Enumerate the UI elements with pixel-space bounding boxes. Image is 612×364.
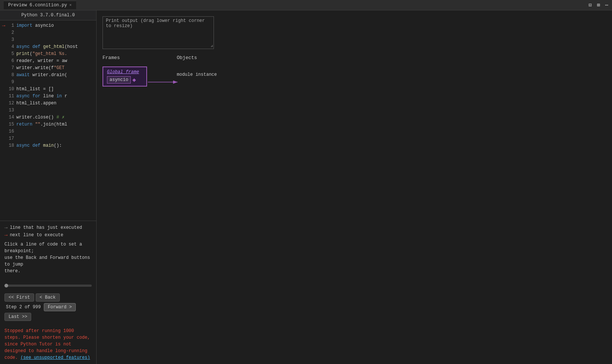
title-bar: Preview 6.connition.py × ⊡ ⊞ ⋯	[0, 0, 612, 10]
step-info: Step 2 of 999	[6, 305, 41, 310]
title-bar-icons: ⊡ ⊞ ⋯	[589, 2, 608, 8]
line-arrow-empty: →	[0, 129, 7, 134]
line-arrow-empty: →	[0, 44, 7, 50]
line-number: 15	[7, 122, 16, 127]
line-number: 16	[7, 129, 16, 134]
code-area: → 1 import asyncio → 2 → 3 → 4	[0, 20, 96, 221]
line-arrow-empty: →	[0, 93, 7, 99]
unsupported-features-link[interactable]: (see unsupported features)	[20, 355, 90, 360]
window-icon-1[interactable]: ⊡	[589, 2, 592, 8]
code-line-14[interactable]: → 14 writer.close() # ✗	[0, 114, 96, 121]
line-number: 9	[7, 79, 16, 85]
code-line-10[interactable]: → 10 html_list = []	[0, 85, 96, 92]
current-line-arrow: →	[0, 23, 7, 29]
code-lines: → 1 import asyncio → 2 → 3 → 4	[0, 20, 96, 150]
code-line-2[interactable]: → 2	[0, 29, 96, 36]
code-line-16[interactable]: → 16	[0, 128, 96, 135]
line-number: 3	[7, 37, 16, 42]
objects-header: Objects	[177, 55, 217, 62]
print-output-body: ◢	[103, 30, 214, 49]
code-line-4[interactable]: → 4 async def get_html(host	[0, 43, 96, 50]
module-instance-text: module instance	[177, 72, 217, 77]
frames-header: Frames	[102, 55, 147, 62]
line-number: 5	[7, 51, 16, 56]
line-number: 2	[7, 30, 16, 35]
code-line-15[interactable]: → 15 return "".join(html	[0, 121, 96, 128]
forward-button[interactable]: Forward >	[44, 303, 76, 311]
code-line-3[interactable]: → 3	[0, 36, 96, 43]
line-arrow-empty: →	[0, 58, 7, 64]
line-number: 14	[7, 115, 16, 120]
legend-red-arrow: → next line to execute	[4, 232, 92, 238]
line-arrow-empty: →	[0, 136, 7, 142]
line-number: 4	[7, 44, 16, 49]
code-line-11[interactable]: → 11 async for line in r	[0, 92, 96, 100]
line-content: return "".join(html	[16, 122, 67, 127]
line-content: html_list.appen	[16, 101, 56, 106]
line-content: async for line in r	[16, 94, 67, 99]
line-arrow-empty: →	[0, 79, 7, 85]
error-message: Stopped after running 1000 steps. Please…	[0, 325, 96, 364]
code-line-5[interactable]: → 5 print("get_html %s.	[0, 50, 96, 57]
code-line-7[interactable]: → 7 writer.write(f"GET	[0, 64, 96, 71]
last-button[interactable]: Last >>	[4, 313, 31, 321]
window-icon-2[interactable]: ⊞	[597, 2, 600, 8]
frames-objects-panel: Frames Global frame asyncio ◆	[102, 55, 606, 87]
legend-red-label: next line to execute	[10, 233, 63, 238]
line-number: 1	[7, 23, 16, 28]
print-output-box: Print output (drag lower right corner to…	[102, 16, 214, 49]
window-icon-3[interactable]: ⋯	[605, 2, 608, 8]
left-panel: Python 3.7.0.final.0 → 1 import asyncio …	[0, 10, 97, 364]
code-line-18[interactable]: → 18 async def main():	[0, 142, 96, 149]
code-line-9[interactable]: → 9	[0, 78, 96, 85]
line-content: await writer.drain(	[16, 72, 67, 78]
line-content: reader, writer = aw	[16, 58, 67, 64]
code-line-1[interactable]: → 1 import asyncio	[0, 22, 96, 29]
code-line-12[interactable]: → 12 html_list.appen	[0, 100, 96, 107]
code-line-17[interactable]: → 17	[0, 135, 96, 142]
legend-area: → line that has just executed → next lin…	[0, 221, 96, 281]
global-frame-box: Global frame asyncio ◆	[102, 66, 147, 87]
gray-arrow-icon: →	[4, 225, 7, 231]
line-arrow-empty: →	[0, 65, 7, 71]
line-arrow-empty: →	[0, 30, 7, 36]
line-number: 7	[7, 65, 16, 71]
line-content: async def main():	[16, 143, 62, 148]
frame-var-asyncio: asyncio	[107, 76, 131, 84]
line-number: 17	[7, 136, 16, 141]
line-content: html_list = []	[16, 87, 54, 92]
tab-close-icon[interactable]: ×	[69, 3, 72, 7]
line-content: print("get_html %s.	[16, 51, 67, 56]
line-arrow-empty: →	[0, 72, 7, 78]
print-output-header: Print output (drag lower right corner to…	[103, 17, 214, 30]
code-line-13[interactable]: → 13	[0, 107, 96, 114]
line-arrow-empty: →	[0, 121, 7, 127]
line-number: 13	[7, 108, 16, 113]
line-content: writer.write(f"GET	[16, 65, 65, 71]
editor-tab[interactable]: Preview 6.connition.py ×	[4, 1, 76, 9]
slider-container	[0, 281, 96, 290]
tab-label: Preview 6.connition.py	[8, 3, 67, 8]
line-arrow-empty: →	[0, 100, 7, 106]
line-number: 10	[7, 87, 16, 92]
main-container: Python 3.7.0.final.0 → 1 import asyncio …	[0, 10, 612, 364]
frame-pointer-icon: ◆	[132, 76, 136, 84]
line-content: writer.close() # ✗	[16, 114, 65, 120]
objects-section: Objects module instance	[177, 55, 217, 87]
instruction-text: Click a line of code to set a breakpoint…	[4, 241, 92, 274]
frames-section: Frames Global frame asyncio ◆	[102, 55, 147, 87]
code-line-6[interactable]: → 6 reader, writer = aw	[0, 57, 96, 64]
resize-handle[interactable]: ◢	[211, 43, 213, 48]
code-line-8[interactable]: → 8 await writer.drain(	[0, 71, 96, 78]
right-panel: Print output (drag lower right corner to…	[97, 10, 612, 364]
legend-gray-label: line that has just executed	[10, 225, 82, 230]
back-button[interactable]: < Back	[36, 293, 60, 302]
frame-item-asyncio: asyncio ◆	[107, 76, 143, 84]
first-button[interactable]: << First	[4, 293, 34, 302]
line-number: 8	[7, 72, 16, 78]
nav-buttons: << First < Back Step 2 of 999 Forward > …	[0, 290, 96, 325]
line-number: 12	[7, 101, 16, 106]
line-content: async def get_html(host	[16, 44, 78, 49]
line-content: import asyncio	[16, 23, 54, 28]
step-slider[interactable]	[4, 285, 92, 287]
